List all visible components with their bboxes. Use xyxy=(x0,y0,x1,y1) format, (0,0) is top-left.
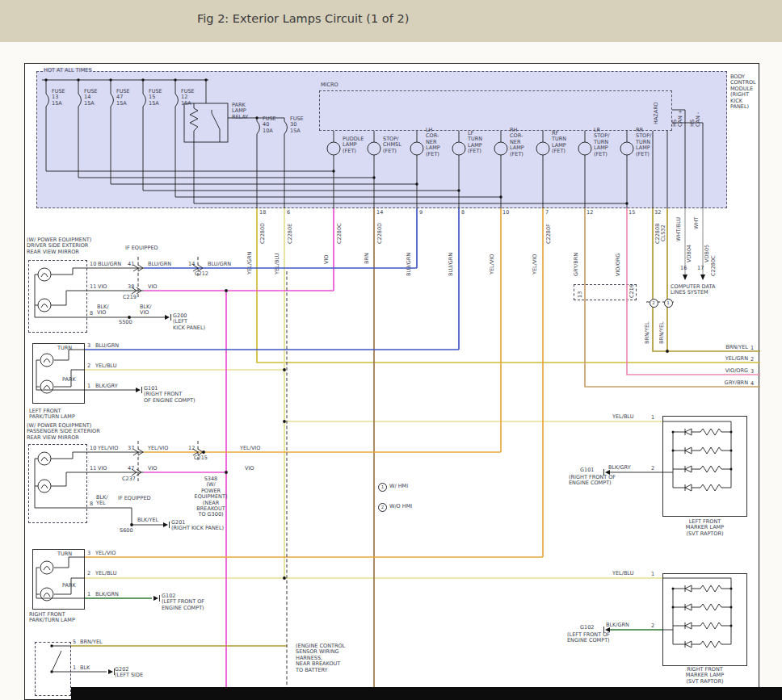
if-equipped-label: IF EQUIPPED xyxy=(118,496,151,501)
wire-color-label: BRN/YEL xyxy=(717,345,748,350)
wire-color-label: BRN xyxy=(364,253,370,264)
circled-2-connector-icon: 2 xyxy=(650,299,658,308)
ground-label: G102 (LEFT FRONT OF ENGINE COMPT) xyxy=(162,593,204,611)
fuse47-label: FUSE 47 15A xyxy=(116,89,130,107)
wire-color-label: GRY/BRN xyxy=(574,253,579,276)
left-park-turn-caption: LEFT FRONT PARK/TURN LAMP xyxy=(29,409,75,421)
wire-color-label: BLK/ YEL xyxy=(96,495,108,507)
pin-number-label: 9 xyxy=(419,210,423,216)
pin-number-label: 3 xyxy=(87,551,90,556)
fet-lr-stop-turn-label: LR STOP/ TURN LAMP (FET) xyxy=(594,128,609,157)
ground-location-label: (RIGHT FRONT OF ENGINE COMPT) xyxy=(569,475,616,487)
wire-color-label: YEL/BLU xyxy=(95,363,116,369)
wire-color-label: YEL/VIO xyxy=(490,254,495,275)
driver-mirror-caption: (W/ POWER EQUIPMENT) DRIVER SIDE EXTERIO… xyxy=(27,237,91,255)
pin-number-label: 3 xyxy=(87,343,90,349)
pin-number-label: 14 xyxy=(188,262,195,267)
junction-dots xyxy=(44,78,732,673)
pin-number-label: 32 xyxy=(654,210,661,216)
passenger-mirror-caption: (W/ POWER EQUIPMENT) PASSENGER SIDE EXTE… xyxy=(27,423,100,441)
pin-number-label: 11 xyxy=(90,466,96,472)
pin-number-label: 38 xyxy=(128,284,134,290)
ground-label: G201 (RIGHT KICK PANEL) xyxy=(171,520,224,532)
connector-label: C2280E xyxy=(288,224,293,244)
edge-wire-number: 1 xyxy=(750,346,754,351)
wire-color-label: YEL/VIO xyxy=(98,446,118,451)
wire-color-label: YEL/VIO xyxy=(240,446,260,451)
wire-color-label: BLK xyxy=(80,665,90,671)
wire-color-label: WHT/BLU xyxy=(676,217,682,241)
connector-label: C2280D xyxy=(377,223,383,244)
pin-number-label: 10 xyxy=(502,210,509,216)
wire-color-label: BLK/GRY xyxy=(95,384,118,389)
pin-number-label: 16 xyxy=(680,266,687,271)
if-equipped-label: IF EQUIPPED xyxy=(125,245,158,251)
circled-2-icon: 2 xyxy=(378,503,387,512)
bcm-caption: BODY CONTROL MODULE (RIGHT KICK PANEL) xyxy=(730,74,756,110)
wire-color-label: YEL/GRN xyxy=(247,252,253,275)
connector-label: C215 xyxy=(194,455,208,461)
harness-note: (ENGINE CONTROL SENSOR WIRING HARNESS, N… xyxy=(296,643,345,673)
wire-color-label: VIO xyxy=(324,255,330,264)
right-park-turn-caption: RIGHT FRONT PARK/TURN LAMP xyxy=(29,612,75,624)
wire-color-label: BLK/ VIO xyxy=(140,304,152,316)
pin-number-label: 1 xyxy=(651,415,654,421)
hs-can-plus-label: HS CAN + xyxy=(672,110,684,127)
pin-number-label: 8 xyxy=(461,210,465,216)
wire-color-label: YEL/BLU xyxy=(612,571,633,576)
fuse15-label: FUSE 15 15A xyxy=(149,89,162,107)
edge-wire-number: 2 xyxy=(750,357,754,363)
hazard-label: HAZARD xyxy=(654,102,659,124)
wire-color-label: YEL/VIO xyxy=(95,551,116,556)
connector-label: C2280D xyxy=(260,223,266,244)
fuse30-label: FUSE 30 15A xyxy=(290,116,304,134)
circuit-id-label: CLS32 xyxy=(661,224,666,241)
ground-symbols xyxy=(108,275,705,675)
pin-number-label: 13 xyxy=(578,291,583,298)
ground-location-label: (LEFT FRONT OF ENGINE COMPT) xyxy=(567,632,610,644)
fuse40-label: FUSE 40 10A xyxy=(263,116,276,134)
pin-number-label: 12 xyxy=(586,210,593,216)
wire-color-label: BLU/GRN xyxy=(406,253,412,276)
wire-color-label: VIO xyxy=(148,284,157,290)
wire-color-label: BLU/GRN xyxy=(95,343,119,349)
wire-color-label: BLK/GRN xyxy=(95,592,119,597)
connector-label: C2280C xyxy=(337,223,343,244)
pin-number-label: 17 xyxy=(697,266,704,271)
turn-label: TURN xyxy=(57,551,72,557)
fet-rf-turn-label: RF TURN LAMP (FET) xyxy=(552,131,566,155)
fuse13-label: FUSE 13 15A xyxy=(52,89,65,107)
pin-number-label: 7 xyxy=(545,210,549,216)
wire-color-label: BRN/YEL xyxy=(659,321,665,344)
page: { "title": "Fig 2: Exterior Lamps Circui… xyxy=(0,0,782,700)
fet-lh-corner-label: LH COR- NER LAMP (FET) xyxy=(426,128,440,157)
wire-color-label: VIO/ORG xyxy=(616,254,621,276)
wire-color-label: YEL/VIO xyxy=(532,254,538,275)
park-label: PARK xyxy=(62,377,76,383)
ground-label: G101 xyxy=(580,467,594,473)
connector-label: C216 xyxy=(629,284,635,298)
hs-can-minus-label: HS CAN - xyxy=(690,112,702,127)
edge-wire-number: 3 xyxy=(750,369,754,375)
wire-color-label: WHT xyxy=(694,217,700,229)
fet-stop-chmsl-label: STOP/ CHMSL (FET) xyxy=(383,136,402,154)
wire-color-label: YEL/BLU xyxy=(95,571,116,576)
pin-number-label: 2 xyxy=(87,571,90,576)
fet-puddle-label: PUDDLE LAMP (FET) xyxy=(343,136,364,154)
wire-color-label: BLU/GRN xyxy=(208,262,231,267)
pin-number-label: 2 xyxy=(87,363,90,369)
wire-color-label: YEL/BLU xyxy=(275,254,280,275)
wire-color-label: BRN/YEL xyxy=(645,321,650,344)
connector-label: C237 xyxy=(122,476,136,482)
circled-1-connector-icon: 1 xyxy=(664,299,673,308)
pin-number-label: 18 xyxy=(259,210,266,216)
wire-color-label: VIO xyxy=(148,466,157,472)
right-marker-caption: RIGHT FRONT MARKER LAMP (SVT RAPTOR) xyxy=(671,667,739,685)
pin-number-label: 1 xyxy=(87,592,90,597)
pin-number-label: 1 xyxy=(651,572,654,577)
fuse14-label: FUSE 14 15A xyxy=(84,89,98,107)
pin-number-label: 1 xyxy=(87,384,90,389)
hot-at-all-times-label: HOT AT ALL TIMES xyxy=(44,68,92,73)
connector-label: C219 xyxy=(123,295,137,300)
pin-number-label: 14 xyxy=(376,210,383,216)
